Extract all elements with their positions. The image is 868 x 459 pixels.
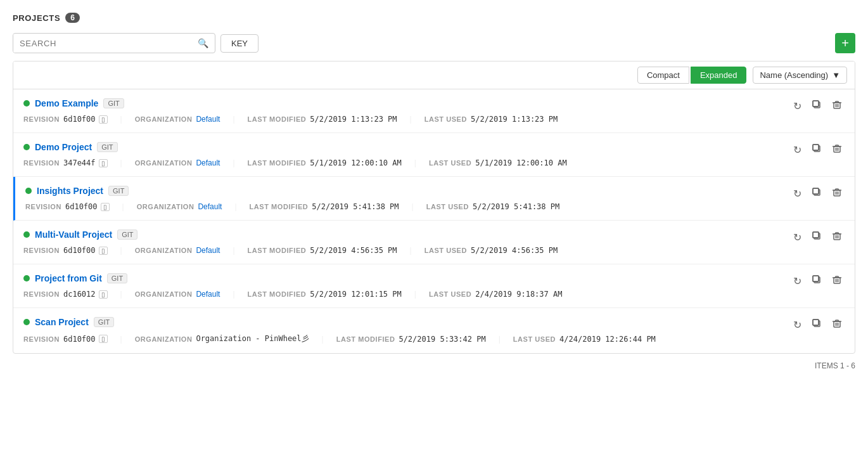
project-meta: REVISION 6d10f00 ▯ | ORGANIZATION Defaul… [23, 246, 845, 255]
duplicate-button[interactable] [809, 273, 824, 288]
project-row-actions: ↻ [791, 186, 845, 201]
sort-label: Name (Ascending) [760, 70, 828, 80]
duplicate-button[interactable] [809, 98, 824, 113]
svg-rect-1 [813, 101, 819, 107]
organization-label: ORGANIZATION [137, 203, 195, 210]
project-row: Demo Project GIT ↻ [13, 133, 855, 177]
last-modified-value: 5/2/2019 5:33:42 PM [399, 335, 485, 344]
last-used-label: LAST USED [424, 247, 467, 254]
project-name-link[interactable]: Insights Project [37, 186, 103, 196]
last-modified-label: LAST MODIFIED [248, 290, 307, 298]
last-modified-label: LAST MODIFIED [248, 159, 307, 167]
organization-label: ORGANIZATION [135, 335, 193, 343]
refresh-button[interactable]: ↻ [791, 143, 804, 157]
organization-value: Default [196, 158, 220, 167]
project-row: Multi-Vault Project GIT ↻ [13, 221, 855, 264]
status-dot [25, 188, 32, 194]
last-used-label: LAST USED [426, 203, 469, 210]
key-button[interactable]: KEY [220, 34, 258, 53]
project-name-link[interactable]: Demo Example [35, 98, 98, 108]
refresh-button[interactable]: ↻ [791, 230, 804, 245]
copy-revision-button[interactable]: ▯ [101, 203, 110, 211]
revision-value: dc16012 [63, 290, 96, 299]
last-used-value: 5/1/2019 12:00:10 AM [475, 158, 567, 167]
delete-button[interactable] [829, 230, 845, 245]
revision-label: REVISION [23, 247, 60, 254]
status-dot [23, 319, 30, 325]
duplicate-button[interactable] [809, 142, 824, 157]
duplicate-button[interactable] [809, 186, 824, 201]
organization-value: Default [198, 202, 222, 211]
revision-value: 6d10f00 [65, 202, 98, 211]
git-badge: GIT [117, 230, 137, 240]
revision-value: 6d10f00 [63, 335, 96, 344]
organization-value: Default [196, 246, 220, 255]
project-meta: REVISION 347e44f ▯ | ORGANIZATION Defaul… [23, 158, 845, 167]
project-row-actions: ↻ [791, 317, 845, 332]
last-modified-value: 5/1/2019 12:00:10 AM [310, 158, 402, 167]
last-modified-label: LAST MODIFIED [250, 203, 309, 210]
duplicate-button[interactable] [809, 317, 824, 332]
delete-button[interactable] [829, 273, 845, 288]
project-name-link[interactable]: Demo Project [35, 142, 92, 152]
project-row-header: Demo Example GIT [23, 98, 845, 108]
copy-revision-button[interactable]: ▯ [99, 290, 108, 299]
duplicate-icon [812, 275, 822, 285]
last-used-value: 5/2/2019 5:41:38 PM [473, 202, 559, 211]
refresh-button[interactable]: ↻ [791, 318, 804, 332]
svg-rect-17 [813, 188, 819, 194]
last-modified-value: 5/2/2019 12:01:15 PM [310, 290, 402, 299]
last-modified-label: LAST MODIFIED [336, 335, 395, 343]
refresh-button[interactable]: ↻ [791, 186, 804, 201]
project-meta: REVISION dc16012 ▯ | ORGANIZATION Defaul… [23, 290, 845, 299]
trash-icon [832, 275, 842, 285]
refresh-button[interactable]: ↻ [791, 99, 804, 113]
copy-revision-button[interactable]: ▯ [99, 159, 108, 167]
organization-label: ORGANIZATION [135, 290, 193, 298]
project-name-link[interactable]: Project from Git [35, 273, 102, 283]
duplicate-button[interactable] [809, 230, 824, 245]
delete-button[interactable] [829, 186, 845, 201]
svg-rect-25 [813, 232, 819, 238]
project-row-actions: ↻ [791, 98, 845, 113]
project-row: Scan Project GIT ↻ [13, 308, 855, 353]
project-row: Demo Example GIT ↻ [13, 89, 855, 133]
organization-value: Organization - PinWheel彡 [196, 333, 309, 344]
project-meta: REVISION 6d10f00 ▯ | ORGANIZATION Defaul… [25, 202, 845, 211]
duplicate-icon [812, 231, 822, 241]
organization-label: ORGANIZATION [135, 159, 193, 167]
delete-button[interactable] [829, 98, 845, 113]
page-title: PROJECTS [13, 13, 60, 23]
last-used-value: 5/2/2019 4:56:35 PM [471, 246, 558, 255]
project-row-actions: ↻ [791, 273, 845, 288]
search-icon: 🔍 [198, 38, 208, 48]
add-project-button[interactable]: + [835, 33, 855, 53]
git-badge: GIT [94, 317, 114, 327]
revision-label: REVISION [23, 290, 60, 298]
copy-revision-button[interactable]: ▯ [99, 335, 108, 343]
sort-dropdown[interactable]: Name (Ascending) ▼ [753, 67, 847, 84]
project-name-link[interactable]: Scan Project [35, 317, 89, 327]
copy-revision-button[interactable]: ▯ [99, 247, 108, 255]
duplicate-icon [812, 143, 822, 153]
duplicate-icon [812, 318, 822, 328]
revision-label: REVISION [25, 203, 61, 210]
organization-value: Default [196, 115, 220, 124]
last-used-label: LAST USED [424, 115, 467, 123]
git-badge: GIT [107, 273, 127, 283]
copy-revision-button[interactable]: ▯ [99, 115, 108, 124]
search-input[interactable] [13, 34, 191, 53]
refresh-button[interactable]: ↻ [791, 274, 804, 288]
delete-button[interactable] [829, 142, 845, 157]
project-row-actions: ↻ [791, 230, 845, 245]
expanded-view-button[interactable]: Expanded [691, 67, 747, 84]
project-row-actions: ↻ [791, 142, 845, 157]
last-used-value: 4/24/2019 12:26:44 PM [559, 335, 656, 344]
last-modified-label: LAST MODIFIED [248, 247, 307, 254]
compact-view-button[interactable]: Compact [637, 67, 689, 84]
projects-table: Compact Expanded Name (Ascending) ▼ Demo… [13, 61, 855, 354]
delete-button[interactable] [829, 317, 845, 332]
last-modified-value: 5/2/2019 5:41:38 PM [312, 202, 399, 211]
project-name-link[interactable]: Multi-Vault Project [35, 230, 112, 240]
search-button[interactable]: 🔍 [191, 34, 215, 53]
